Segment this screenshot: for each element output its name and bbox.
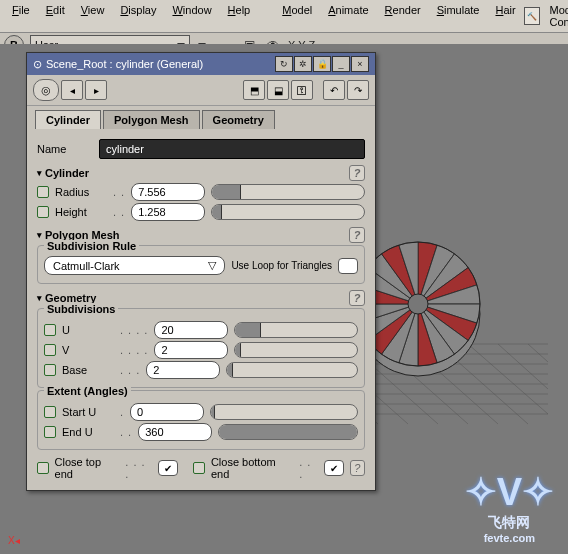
next-icon[interactable]: ▸: [85, 80, 107, 100]
base-label: Base: [62, 364, 114, 376]
watermark-logo: ✧V✧ 飞特网 fevte.com: [465, 470, 554, 544]
help-icon[interactable]: ?: [349, 227, 365, 243]
subrule-title: Subdivision Rule: [44, 240, 139, 252]
lock-icon[interactable]: 🔒: [313, 56, 331, 72]
menu-extra[interactable]: Modeling Cons: [542, 2, 568, 30]
target-icon[interactable]: ◎: [33, 79, 59, 101]
minimize-icon[interactable]: _: [332, 56, 350, 72]
height-slider[interactable]: [211, 204, 365, 220]
panel-titlebar[interactable]: ⊙ Scene_Root : cylinder (General) ↻ ✲ 🔒 …: [27, 53, 375, 75]
closetop-checkbox[interactable]: [158, 460, 177, 476]
svg-point-39: [408, 294, 428, 314]
panel-toolbar: ◎ ◂ ▸ ⬒ ⬓ ⚿ ↶ ↷: [27, 75, 375, 106]
panel-tabs: Cylinder Polygon Mesh Geometry: [27, 106, 375, 129]
v-input[interactable]: 2: [154, 341, 228, 359]
tab-polygon-mesh[interactable]: Polygon Mesh: [103, 110, 200, 129]
anim-toggle-endu[interactable]: [44, 426, 56, 438]
subrule-select[interactable]: Catmull-Clark▽: [44, 256, 225, 275]
undo-icon[interactable]: ↶: [323, 80, 345, 100]
base-slider[interactable]: [226, 362, 358, 378]
name-label: Name: [37, 143, 93, 155]
startu-input[interactable]: 0: [130, 403, 204, 421]
anim-toggle-v[interactable]: [44, 344, 56, 356]
menu-file[interactable]: File: [4, 2, 38, 30]
extent-title: Extent (Angles): [44, 385, 131, 397]
v-slider[interactable]: [234, 342, 358, 358]
property-panel: ⊙ Scene_Root : cylinder (General) ↻ ✲ 🔒 …: [26, 52, 376, 491]
radius-slider[interactable]: [211, 184, 365, 200]
svg-line-16: [528, 344, 548, 362]
base-input[interactable]: 2: [146, 361, 220, 379]
anim-toggle-radius[interactable]: [37, 186, 49, 198]
construction-mode-button[interactable]: 🔨: [524, 7, 540, 25]
anim-toggle-height[interactable]: [37, 206, 49, 218]
u-input[interactable]: 20: [154, 321, 228, 339]
logo-url: fevte.com: [465, 532, 554, 544]
radius-input[interactable]: 7.556: [131, 183, 205, 201]
startu-slider[interactable]: [210, 404, 358, 420]
tab-geometry[interactable]: Geometry: [202, 110, 275, 129]
gear-icon[interactable]: ✲: [294, 56, 312, 72]
closebottom-label: Close bottom end: [211, 456, 293, 480]
height-label: Height: [55, 206, 107, 218]
v-label: V: [62, 344, 114, 356]
prev-icon[interactable]: ◂: [61, 80, 83, 100]
anim-toggle-startu[interactable]: [44, 406, 56, 418]
name-input[interactable]: cylinder: [99, 139, 365, 159]
menu-display[interactable]: Display: [112, 2, 164, 30]
help-icon[interactable]: ?: [349, 165, 365, 181]
axis-indicator: X◂: [8, 535, 20, 546]
panel-body: Name cylinder Cylinder? Radius . . 7.556…: [27, 129, 375, 490]
closebottom-checkbox[interactable]: [324, 460, 343, 476]
refresh-icon[interactable]: ↻: [275, 56, 293, 72]
startu-label: Start U: [62, 406, 114, 418]
u-slider[interactable]: [234, 322, 358, 338]
close-icon[interactable]: ×: [351, 56, 369, 72]
tab-cylinder[interactable]: Cylinder: [35, 110, 101, 129]
menu-hair[interactable]: Hair: [487, 2, 523, 30]
radius-label: Radius: [55, 186, 107, 198]
anim-toggle-closebottom[interactable]: [193, 462, 205, 474]
loop-checkbox[interactable]: [338, 258, 358, 274]
menu-help[interactable]: Help: [220, 2, 259, 30]
loop-label: Use Loop for Triangles: [231, 260, 332, 271]
main-menu: File Edit View Display Window Help Model…: [0, 0, 568, 33]
menu-window[interactable]: Window: [164, 2, 219, 30]
anim-toggle-closetop[interactable]: [37, 462, 49, 474]
svg-line-14: [468, 344, 548, 414]
help-icon[interactable]: ?: [350, 460, 365, 476]
subdivisions-title: Subdivisions: [44, 303, 118, 315]
menu-view[interactable]: View: [73, 2, 113, 30]
key-icon[interactable]: ⚿: [291, 80, 313, 100]
save-icon[interactable]: ⬓: [267, 80, 289, 100]
endu-label: End U: [62, 426, 114, 438]
anim-toggle-base[interactable]: [44, 364, 56, 376]
help-icon[interactable]: ?: [349, 290, 365, 306]
redo-icon[interactable]: ↷: [347, 80, 369, 100]
section-cylinder[interactable]: Cylinder?: [37, 165, 365, 181]
menu-animate[interactable]: Animate: [320, 2, 376, 30]
closetop-label: Close top end: [55, 456, 120, 480]
panel-title: Scene_Root : cylinder (General): [46, 58, 203, 70]
anim-toggle-u[interactable]: [44, 324, 56, 336]
menu-edit[interactable]: Edit: [38, 2, 73, 30]
u-label: U: [62, 324, 114, 336]
pin-icon[interactable]: ⊙: [33, 58, 42, 71]
load-icon[interactable]: ⬒: [243, 80, 265, 100]
menu-model[interactable]: Model: [274, 2, 320, 30]
menu-simulate[interactable]: Simulate: [429, 2, 488, 30]
endu-input[interactable]: 360: [138, 423, 212, 441]
menu-render[interactable]: Render: [377, 2, 429, 30]
logo-text: 飞特网: [465, 514, 554, 532]
svg-line-15: [498, 344, 548, 389]
endu-slider[interactable]: [218, 424, 358, 440]
logo-icon: ✧V✧: [465, 470, 554, 514]
height-input[interactable]: 1.258: [131, 203, 205, 221]
